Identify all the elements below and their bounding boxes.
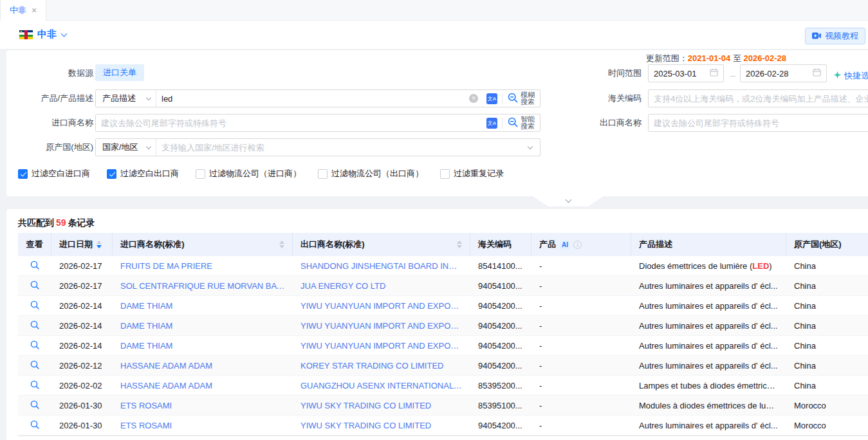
- origin-country-input[interactable]: [156, 139, 528, 156]
- search-magnifier-icon[interactable]: [30, 300, 39, 311]
- search-magnifier-icon[interactable]: [30, 280, 39, 291]
- checkbox-unchecked-icon[interactable]: [318, 169, 328, 179]
- checkbox-unchecked-icon[interactable]: [196, 169, 205, 179]
- fuzzy-search-button[interactable]: 模糊搜索: [503, 90, 540, 107]
- search-magnifier-icon[interactable]: [30, 420, 39, 431]
- view-detail-button[interactable]: [18, 420, 51, 431]
- importer-name-link[interactable]: DAME THIAM: [113, 301, 293, 311]
- col-header-importer[interactable]: 进口商名称(标准): [113, 233, 293, 256]
- search-magnifier-icon[interactable]: [30, 380, 39, 391]
- filter-checkbox[interactable]: 过滤重复记录: [440, 168, 504, 179]
- filter-checkbox[interactable]: 过滤空白进口商: [18, 168, 90, 179]
- col-header-import-date[interactable]: 进口日期: [51, 233, 113, 256]
- table-row: 2026-02-17FRUITS DE MA PRIERESHANDONG JI…: [18, 256, 868, 276]
- app-window: 中非 × 中非 视频教程 更新范围：2021-01-04 至 2026-02-2…: [0, 0, 868, 440]
- exporter-name-link[interactable]: KOREY STAR TRADING CO LIMITED: [293, 361, 470, 371]
- table-body: 2026-02-17FRUITS DE MA PRIERESHANDONG JI…: [18, 256, 868, 435]
- exporter-field: [648, 114, 868, 132]
- collapse-form-button[interactable]: [533, 196, 604, 206]
- search-magnifier-icon[interactable]: [30, 400, 39, 411]
- search-magnifier-icon[interactable]: [30, 320, 39, 331]
- view-detail-button[interactable]: [18, 340, 51, 351]
- origin-country-cell: China: [786, 261, 868, 271]
- checkbox-checked-icon[interactable]: [107, 169, 116, 179]
- view-detail-button[interactable]: [18, 280, 51, 291]
- search-magnifier-icon[interactable]: [30, 340, 39, 351]
- checkbox-unchecked-icon[interactable]: [440, 169, 450, 179]
- hs-code-cell: 85414100...: [470, 261, 531, 271]
- importer-name-input[interactable]: [96, 115, 482, 131]
- product-cell: -: [531, 361, 631, 371]
- origin-type-select[interactable]: 国家/地区: [96, 139, 156, 156]
- importer-name-link[interactable]: ETS ROSAMI: [113, 401, 293, 410]
- filter-checkbox[interactable]: 过滤物流公司（进口商）: [196, 168, 301, 179]
- country-title[interactable]: 中非: [37, 28, 57, 41]
- filter-checkbox[interactable]: 过滤空白出口商: [107, 168, 179, 179]
- checkbox-checked-icon[interactable]: [18, 169, 28, 179]
- exporter-name-link[interactable]: YIWU YUANYUAN IMPORT AND EXPORT C...: [293, 341, 470, 351]
- exporter-name-link[interactable]: JUA ENERGY CO LTD: [293, 281, 470, 291]
- importer-name-link[interactable]: HASSANE ADAM ADAM: [113, 361, 293, 371]
- view-detail-button[interactable]: [18, 400, 51, 411]
- search-icon: [508, 117, 518, 129]
- chevron-down-icon[interactable]: [61, 31, 68, 37]
- view-detail-button[interactable]: [18, 380, 51, 391]
- tab-zhongfei[interactable]: 中非 ×: [0, 0, 46, 21]
- exporter-name-input[interactable]: [649, 115, 868, 131]
- importer-name-link[interactable]: FRUITS DE MA PRIERE: [113, 261, 293, 271]
- view-detail-button[interactable]: [18, 261, 51, 271]
- results-count: 59: [54, 217, 68, 228]
- hs-code-cell: 94054200...: [470, 341, 531, 351]
- translate-icon[interactable]: 文A: [486, 93, 497, 104]
- col-header-exporter[interactable]: 出口商名称(标准): [293, 233, 470, 256]
- product-description-cell: Autres luminaires et appareils d' écl...: [631, 301, 786, 311]
- exporter-name-link[interactable]: GUANGZHOU ASENX INTERNATIONAL CO ...: [293, 381, 470, 390]
- sort-icons[interactable]: [279, 241, 284, 248]
- importer-name-link[interactable]: ETS ROSAMI: [113, 421, 293, 430]
- smart-search-button[interactable]: 智能搜索: [503, 115, 540, 131]
- view-detail-button[interactable]: [18, 300, 51, 311]
- importer-name-link[interactable]: DAME THIAM: [113, 321, 293, 331]
- table-row: 2026-02-02HASSANE ADAM ADAMGUANGZHOU ASE…: [18, 376, 868, 396]
- import-date-cell: 2026-02-14: [51, 301, 113, 311]
- product-description-cell: Lampes et tubes à diodes émettrices...: [631, 381, 786, 390]
- hs-code-input[interactable]: [649, 90, 868, 107]
- importer-name-link[interactable]: HASSANE ADAM ADAM: [113, 381, 293, 390]
- sort-icons[interactable]: [457, 241, 462, 248]
- view-detail-button[interactable]: [18, 360, 51, 371]
- product-description-cell: Autres luminaires et appareils d' écl...: [631, 341, 786, 351]
- exporter-name-link[interactable]: YIWU YUANYUAN IMPORT AND EXPORT C...: [293, 301, 470, 311]
- search-magnifier-icon[interactable]: [30, 261, 39, 271]
- origin-country-cell: China: [786, 301, 868, 311]
- col-header-hs-code: 海关编码: [470, 233, 531, 256]
- translate-icon[interactable]: 文A: [486, 118, 497, 129]
- search-magnifier-icon[interactable]: [30, 360, 39, 371]
- quick-select-button[interactable]: 快捷选: [833, 67, 868, 85]
- view-detail-button[interactable]: [18, 320, 51, 331]
- exporter-name-link[interactable]: YIWU SKY TRADING CO LIMITED: [293, 421, 470, 430]
- exporter-name-link[interactable]: YIWU SKY TRADING CO LIMITED: [293, 401, 470, 410]
- time-range-start-field[interactable]: [648, 64, 724, 82]
- time-range-end-field[interactable]: [740, 64, 827, 82]
- info-icon[interactable]: i: [573, 241, 582, 249]
- product-type-select[interactable]: 产品描述: [96, 90, 156, 107]
- time-range-start-input[interactable]: [654, 69, 710, 78]
- product-description-input[interactable]: [156, 90, 465, 107]
- close-icon[interactable]: ×: [32, 6, 37, 15]
- video-tutorial-button[interactable]: 视频教程: [805, 28, 865, 44]
- product-cell: -: [531, 381, 631, 390]
- clear-input-icon[interactable]: ×: [469, 94, 478, 103]
- importer-name-link[interactable]: DAME THIAM: [113, 341, 293, 351]
- filter-checkbox[interactable]: 过滤物流公司（出口商）: [318, 168, 423, 179]
- exporter-name-link[interactable]: SHANDONG JINSHENGTAI BOARD INDUST...: [293, 261, 470, 271]
- importer-name-link[interactable]: SOL CENTRAFRIQUE RUE MORVAN BAT OF...: [113, 281, 293, 291]
- search-icon: [508, 93, 518, 105]
- data-source-import-declaration-button[interactable]: 进口关单: [95, 64, 144, 81]
- importer-label: 进口商名称: [6, 114, 93, 132]
- chevron-down-icon[interactable]: [528, 143, 533, 149]
- time-range-end-input[interactable]: [746, 69, 813, 78]
- chevron-down-icon: [565, 197, 571, 203]
- sort-icons[interactable]: [97, 241, 102, 248]
- table-header-row: 查看 进口日期 进口商名称(标准) 出口商名称(标准) 海关编码 产品 AI: [18, 233, 868, 256]
- exporter-name-link[interactable]: YIWU YUANYUAN IMPORT AND EXPORT C...: [293, 321, 470, 331]
